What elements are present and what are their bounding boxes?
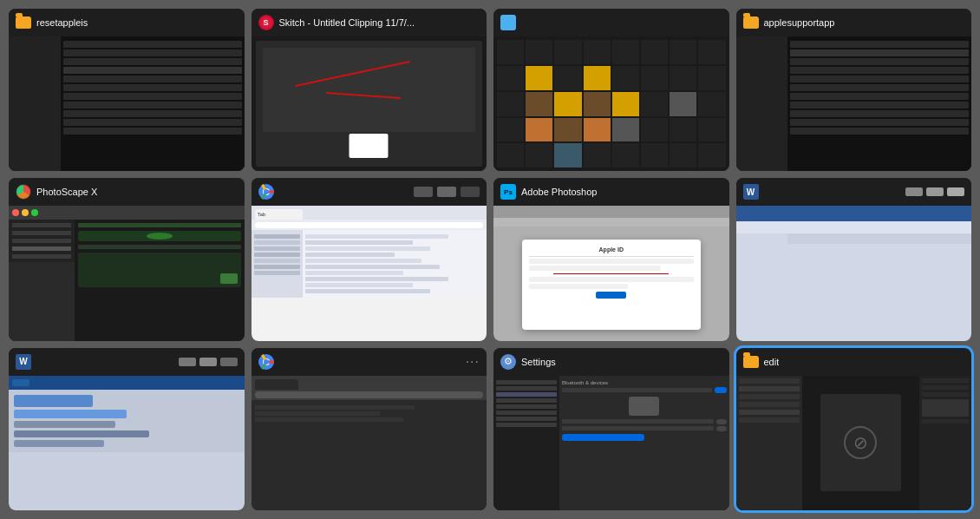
preview-edit: ⊘ bbox=[736, 376, 972, 510]
gear-icon: ⚙ bbox=[500, 354, 516, 370]
svg-point-2 bbox=[264, 189, 269, 194]
word-icon: W bbox=[743, 184, 759, 200]
blue-square-icon bbox=[500, 15, 516, 30]
folder-icon bbox=[16, 16, 31, 29]
preview-chrome1: Tab bbox=[252, 206, 487, 340]
window-card-word2[interactable]: W bbox=[9, 348, 245, 510]
chrome-icon bbox=[258, 184, 274, 200]
window-header-mosaic bbox=[493, 9, 729, 36]
window-header-applesupportapp: applesupportapp bbox=[736, 9, 972, 36]
window-header-word1: W bbox=[736, 178, 972, 206]
window-title-applesupportapp: applesupportapp bbox=[764, 17, 835, 28]
preview-mosaic bbox=[493, 36, 729, 171]
preview-chrome2 bbox=[252, 376, 487, 510]
window-card-mosaic[interactable] bbox=[493, 9, 729, 171]
preview-resetappleis bbox=[9, 36, 245, 171]
window-header-skitch: S Skitch - Untitled Clipping 11/7/... bbox=[252, 9, 487, 36]
photoshop-icon: Ps bbox=[500, 184, 516, 200]
preview-word1 bbox=[736, 206, 972, 340]
window-header-chrome1 bbox=[252, 178, 487, 206]
svg-point-5 bbox=[264, 359, 269, 365]
window-card-resetappleis[interactable]: resetappleis bbox=[9, 9, 245, 171]
window-card-skitch[interactable]: S Skitch - Untitled Clipping 11/7/... bbox=[252, 9, 487, 171]
word-icon-2: W bbox=[16, 354, 31, 370]
window-header-word2: W bbox=[9, 348, 245, 376]
chrome-icon-2 bbox=[258, 354, 274, 370]
window-card-chrome1[interactable]: Tab bbox=[252, 178, 487, 340]
window-card-photoscape[interactable]: PhotoScape X bbox=[9, 178, 245, 340]
window-title-resetappleis: resetappleis bbox=[36, 17, 88, 28]
window-title-photoscape: PhotoScape X bbox=[36, 187, 97, 197]
preview-photoshop: Apple ID bbox=[493, 206, 729, 340]
window-card-applesupportapp[interactable]: applesupportapp bbox=[736, 9, 972, 171]
window-header-photoscape: PhotoScape X bbox=[9, 178, 245, 206]
window-card-word1[interactable]: W bbox=[736, 178, 972, 340]
preview-word2 bbox=[9, 376, 245, 510]
preview-photoscape bbox=[9, 206, 245, 340]
window-header-chrome2: ··· bbox=[252, 348, 487, 376]
window-header-settings: ⚙ Settings bbox=[493, 348, 729, 376]
folder-icon-2 bbox=[743, 16, 759, 29]
window-title-skitch: Skitch - Untitled Clipping 11/7/... bbox=[279, 17, 415, 28]
preview-settings: Bluetooth & devices bbox=[493, 376, 729, 510]
photoscape-icon bbox=[16, 184, 31, 200]
window-card-chrome2[interactable]: ··· bbox=[252, 348, 487, 510]
preview-applesupportapp bbox=[736, 36, 972, 171]
window-title-settings: Settings bbox=[521, 357, 556, 367]
window-title-edit: edit bbox=[764, 357, 780, 367]
window-header-edit: edit bbox=[736, 348, 972, 376]
preview-skitch bbox=[252, 36, 487, 171]
skitch-icon: S bbox=[258, 15, 274, 30]
window-card-edit[interactable]: edit ⊘ bbox=[736, 348, 972, 510]
window-card-photoshop[interactable]: Ps Adobe Photoshop Apple ID bbox=[493, 178, 729, 340]
more-options[interactable]: ··· bbox=[466, 354, 480, 370]
window-header-resetappleis: resetappleis bbox=[9, 9, 245, 36]
window-header-photoshop: Ps Adobe Photoshop bbox=[493, 178, 729, 206]
window-card-settings[interactable]: ⚙ Settings Bluetooth & devices bbox=[493, 348, 729, 510]
window-title-photoshop: Adobe Photoshop bbox=[521, 187, 597, 197]
folder-icon-edit bbox=[743, 356, 759, 368]
